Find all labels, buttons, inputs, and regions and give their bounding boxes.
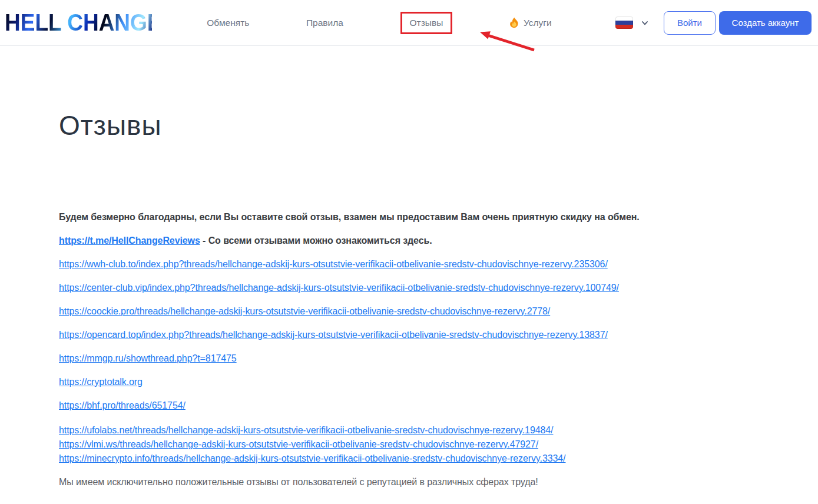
review-link-cryptotalk[interactable]: https://cryptotalk.org: [59, 377, 143, 387]
fire-icon: [509, 17, 519, 28]
login-button[interactable]: Войти: [664, 11, 716, 35]
language-selector[interactable]: [615, 16, 649, 29]
review-link-wwh-club[interactable]: https://wwh-club.to/index.php?threads/he…: [59, 259, 608, 269]
nav-item-reviews[interactable]: Отзывы: [400, 12, 453, 34]
review-link-row: https://bhf.pro/threads/651754/: [59, 400, 747, 411]
nav-item-label: Обменять: [207, 18, 249, 28]
review-link-row: https://opencard.top/index.php?threads/h…: [59, 329, 747, 340]
review-link-row: https://mmgp.ru/showthread.php?t=817475: [59, 353, 747, 364]
review-link-vlmi[interactable]: https://vlmi.ws/threads/hellchange-adski…: [59, 437, 747, 452]
chevron-down-icon: [641, 19, 649, 27]
nav-item-services[interactable]: Услуги: [509, 17, 552, 28]
reviews-content: Будем безмерно благодарны, если Вы остав…: [59, 211, 747, 488]
nav-item-label: Отзывы: [410, 18, 443, 28]
review-link-coockie[interactable]: https://coockie.pro/threads/hellchange-a…: [59, 306, 550, 316]
site-logo[interactable]: HELL CHANGE: [5, 9, 152, 36]
review-link-row: https://center-club.vip/index.php?thread…: [59, 282, 747, 293]
telegram-row: https://t.me/HellChangeReviews - Со всем…: [59, 235, 747, 246]
create-account-button[interactable]: Создать аккаунт: [719, 11, 812, 35]
header-right-controls: Войти Создать аккаунт: [615, 11, 812, 35]
review-link-opencard[interactable]: https://opencard.top/index.php?threads/h…: [59, 330, 608, 340]
review-link-row: https://coockie.pro/threads/hellchange-a…: [59, 306, 747, 317]
top-navigation-bar: HELL CHANGE Обменять Правила Отзывы Услу…: [0, 0, 818, 46]
review-link-row: https://cryptotalk.org: [59, 376, 747, 387]
closing-text: Мы имеем исключительно положительные отз…: [59, 476, 747, 488]
review-link-bhf[interactable]: https://bhf.pro/threads/651754/: [59, 400, 186, 410]
intro-text: Будем безмерно благодарны, если Вы остав…: [59, 211, 747, 223]
review-link-group: https://ufolabs.net/threads/hellchange-a…: [59, 423, 747, 466]
telegram-row-text: - Со всеми отзывами можно ознакомиться з…: [200, 236, 432, 246]
review-link-row: https://wwh-club.to/index.php?threads/he…: [59, 258, 747, 270]
nav-item-exchange[interactable]: Обменять: [207, 18, 249, 28]
telegram-reviews-link[interactable]: https://t.me/HellChangeReviews: [59, 236, 200, 246]
page-title: Отзывы: [59, 110, 747, 142]
review-link-minecrypto[interactable]: https://minecrypto.info/threads/hellchan…: [59, 452, 747, 466]
nav-item-label: Услуги: [524, 18, 552, 28]
review-link-center-club[interactable]: https://center-club.vip/index.php?thread…: [59, 283, 619, 293]
nav-item-rules[interactable]: Правила: [306, 18, 343, 28]
nav-item-label: Правила: [306, 18, 343, 28]
review-link-ufolabs[interactable]: https://ufolabs.net/threads/hellchange-a…: [59, 423, 747, 437]
review-link-mmgp[interactable]: https://mmgp.ru/showthread.php?t=817475: [59, 353, 237, 363]
main-nav: Обменять Правила Отзывы Услуги: [152, 12, 615, 34]
page-content: Отзывы Будем безмерно благодарны, если В…: [0, 110, 818, 488]
russia-flag-icon: [615, 16, 633, 29]
